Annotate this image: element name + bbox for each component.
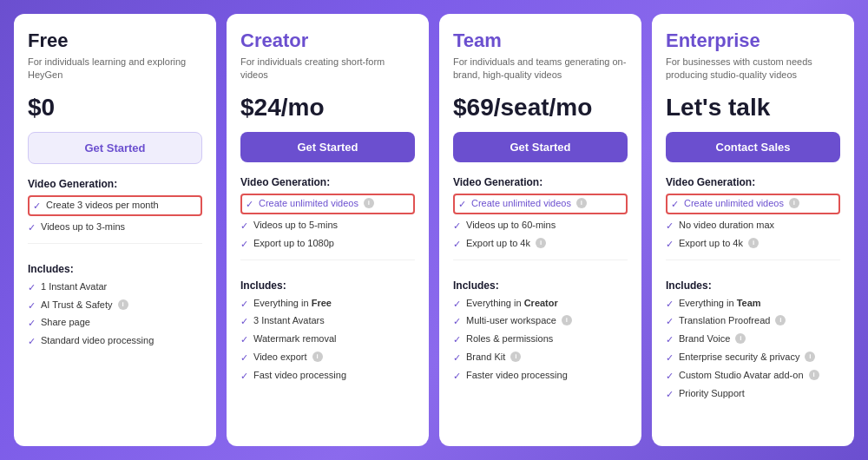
check-icon: ✓ <box>28 281 36 294</box>
info-icon[interactable]: i <box>118 299 128 310</box>
plan-name-team: Team <box>453 30 628 52</box>
list-item: ✓1 Instant Avatar <box>28 280 202 294</box>
check-icon: ✓ <box>453 238 461 251</box>
feature-text: Export up to 4k <box>679 237 743 250</box>
check-icon: ✓ <box>240 315 248 328</box>
includes-title-team: Includes: <box>453 279 628 292</box>
info-icon[interactable]: i <box>805 352 815 362</box>
check-icon: ✓ <box>240 333 248 346</box>
check-icon: ✓ <box>666 238 674 251</box>
list-item: ✓Priority Support <box>666 387 840 401</box>
feature-text: Export up to 4k <box>466 237 530 250</box>
info-icon[interactable]: i <box>775 315 786 325</box>
check-icon: ✓ <box>666 388 674 401</box>
list-item: ✓Everything in Creator <box>453 297 628 311</box>
list-item: ✓Everything in Team <box>666 297 840 311</box>
feature-text: Multi-user workspace <box>466 314 556 327</box>
list-item: ✓Multi-user workspacei <box>453 314 628 328</box>
feature-text: Brand Voice <box>679 332 730 345</box>
includes-title-enterprise: Includes: <box>666 279 840 292</box>
check-icon: ✓ <box>666 315 674 328</box>
check-icon: ✓ <box>671 198 679 211</box>
list-item: ✓3 Instant Avatars <box>240 314 415 328</box>
list-item: ✓Enterprise security & privacyi <box>666 351 840 365</box>
feature-text: Enterprise security & privacy <box>679 351 799 364</box>
check-icon: ✓ <box>666 333 674 346</box>
feature-text: Standard video processing <box>41 334 154 347</box>
check-icon: ✓ <box>240 220 248 233</box>
check-icon: ✓ <box>28 299 36 312</box>
info-icon[interactable]: i <box>576 198 587 208</box>
feature-text: Faster video processing <box>466 369 568 382</box>
feature-text: Everything in Creator <box>466 297 558 310</box>
feature-text[interactable]: Create unlimited videos <box>259 197 358 210</box>
video-gen-list-enterprise: ✓Create unlimited videosi✓No video durat… <box>666 194 840 251</box>
plan-btn-team[interactable]: Get Started <box>453 132 628 162</box>
plan-desc-free: For individuals learning and exploring H… <box>28 56 202 83</box>
list-item: ✓AI Trust & Safetyi <box>28 299 202 312</box>
plan-card-creator: CreatorFor individuals creating short-fo… <box>227 14 429 446</box>
video-gen-title-enterprise: Video Generation: <box>666 176 840 188</box>
feature-text: Translation Proofread <box>679 314 770 327</box>
list-item: ✓Everything in Free <box>240 297 415 311</box>
plan-card-free: FreeFor individuals learning and explori… <box>14 14 216 446</box>
check-icon: ✓ <box>28 335 36 348</box>
includes-section-team: Includes:✓Everything in Creator✓Multi-us… <box>453 278 628 383</box>
plan-desc-creator: For individuals creating short-form vide… <box>240 56 415 83</box>
video-gen-title-free: Video Generation: <box>28 178 202 190</box>
plan-card-enterprise: EnterpriseFor businesses with custom nee… <box>652 14 854 446</box>
includes-title-creator: Includes: <box>240 279 415 292</box>
info-icon[interactable]: i <box>364 198 374 208</box>
feature-text: Videos up to 3-mins <box>41 220 125 233</box>
list-item: ✓Create unlimited videosi <box>240 194 415 214</box>
includes-list-enterprise: ✓Everything in Team✓Translation Proofrea… <box>666 297 840 401</box>
video-gen-title-creator: Video Generation: <box>240 176 415 188</box>
feature-text: Custom Studio Avatar add-on <box>679 369 804 382</box>
includes-section-enterprise: Includes:✓Everything in Team✓Translation… <box>666 278 840 401</box>
feature-text: Priority Support <box>679 387 745 400</box>
list-item: ✓Export up to 4ki <box>453 237 628 251</box>
list-item: ✓Brand Voicei <box>666 332 840 346</box>
info-icon[interactable]: i <box>312 352 323 362</box>
check-icon: ✓ <box>453 315 461 328</box>
plan-price-team: $69/seat/mo <box>453 94 628 122</box>
check-icon: ✓ <box>453 220 461 233</box>
feature-text: Share page <box>41 316 90 329</box>
list-item: ✓Create 3 videos per month <box>28 195 202 216</box>
info-icon[interactable]: i <box>735 333 746 344</box>
plans-container: FreeFor individuals learning and explori… <box>14 14 854 446</box>
info-icon[interactable]: i <box>562 315 572 325</box>
check-icon: ✓ <box>453 333 461 346</box>
video-gen-list-free: ✓Create 3 videos per month✓Videos up to … <box>28 195 202 234</box>
list-item: ✓Videos up to 60-mins <box>453 219 628 233</box>
plan-btn-free[interactable]: Get Started <box>28 132 202 164</box>
plan-price-enterprise: Let's talk <box>666 94 840 122</box>
info-icon[interactable]: i <box>536 238 546 248</box>
plan-btn-creator[interactable]: Get Started <box>240 132 415 162</box>
check-icon: ✓ <box>666 220 674 233</box>
plan-btn-enterprise[interactable]: Contact Sales <box>666 132 840 162</box>
feature-text[interactable]: Create unlimited videos <box>684 197 784 210</box>
info-icon[interactable]: i <box>510 352 521 362</box>
plan-price-free: $0 <box>28 94 202 122</box>
plan-name-free: Free <box>28 30 202 52</box>
check-icon: ✓ <box>246 198 253 211</box>
check-icon: ✓ <box>453 298 461 311</box>
plan-card-team: TeamFor individuals and teams generating… <box>439 14 641 446</box>
check-icon: ✓ <box>240 352 248 365</box>
feature-text: Create 3 videos per month <box>46 199 159 212</box>
check-icon: ✓ <box>666 352 674 365</box>
feature-text: Videos up to 5-mins <box>253 219 338 232</box>
list-item: ✓Standard video processing <box>28 334 202 348</box>
feature-text[interactable]: Create unlimited videos <box>471 197 571 210</box>
includes-title-free: Includes: <box>28 263 202 275</box>
check-icon: ✓ <box>240 370 248 383</box>
includes-list-team: ✓Everything in Creator✓Multi-user worksp… <box>453 297 628 383</box>
plan-desc-enterprise: For businesses with custom needs produci… <box>666 56 840 83</box>
info-icon[interactable]: i <box>789 198 799 208</box>
info-icon[interactable]: i <box>809 370 819 380</box>
list-item: ✓Custom Studio Avatar add-oni <box>666 369 840 383</box>
info-icon[interactable]: i <box>748 238 759 248</box>
check-icon: ✓ <box>453 352 461 365</box>
plan-desc-team: For individuals and teams generating on-… <box>453 56 628 83</box>
